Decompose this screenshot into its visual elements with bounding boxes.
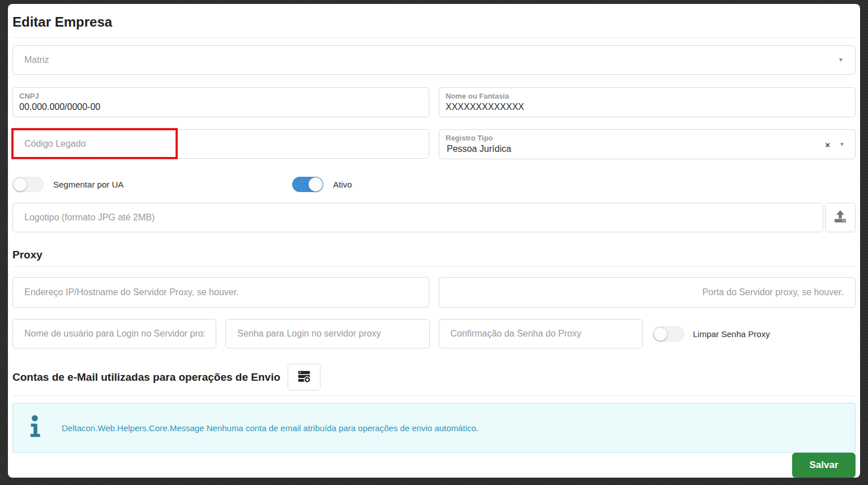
window-frame: Editar Empresa Matriz ▼ CNPJ Nome ou Fan… [0, 0, 868, 485]
clear-proxy-password-label: Limpar Senha Proxy [693, 329, 770, 339]
proxy-divider [12, 266, 856, 267]
email-divider [12, 395, 856, 396]
upload-icon [833, 210, 847, 225]
chevron-down-icon: ▼ [839, 142, 845, 147]
upload-button[interactable] [825, 203, 856, 232]
registro-tipo-label: Registro Tipo [446, 134, 821, 143]
proxy-password-input[interactable] [225, 319, 429, 348]
nome-fantasia-label: Nome ou Fantasia [446, 92, 848, 101]
toggles-row: Segmentar por UA Ativo [12, 176, 856, 192]
save-button[interactable]: Salvar [792, 453, 856, 478]
logotipo-upload-group [12, 203, 856, 232]
clear-selection-icon[interactable]: × [825, 139, 830, 149]
server-add-icon [297, 369, 311, 386]
matriz-select[interactable]: Matriz ▼ [12, 45, 856, 75]
title-divider [12, 37, 856, 38]
proxy-password-confirm-input[interactable] [439, 319, 643, 348]
email-accounts-heading: Contas de e-Mail utilizadas para operaçõ… [12, 371, 280, 384]
ativo-group: Ativo [292, 177, 352, 192]
matriz-select-placeholder: Matriz [24, 55, 838, 65]
registro-tipo-value: Pessoa Jurídica [446, 143, 821, 155]
codigo-legado-wrapper [12, 129, 429, 159]
page-title: Editar Empresa [12, 14, 856, 30]
cnpj-label: CNPJ [19, 92, 422, 101]
ativo-toggle[interactable] [292, 177, 323, 192]
segmentar-ua-group: Segmentar por UA [12, 177, 123, 192]
clear-proxy-password-group: Limpar Senha Proxy [652, 319, 856, 348]
segmentar-ua-label: Segmentar por UA [53, 180, 123, 189]
footer-actions: Salvar [12, 453, 856, 478]
add-email-account-button[interactable] [288, 364, 320, 390]
registro-tipo-select[interactable]: Registro Tipo Pessoa Jurídica × ▼ [439, 129, 856, 159]
toggle-knob [13, 177, 27, 192]
cnpj-input[interactable] [19, 101, 422, 113]
email-accounts-heading-row: Contas de e-Mail utilizadas para operaçõ… [12, 364, 856, 390]
info-alert: Deltacon.Web.Helpers.Core.Message Nenhum… [12, 403, 856, 453]
nome-fantasia-input[interactable] [446, 101, 848, 113]
clear-proxy-password-toggle[interactable] [653, 326, 684, 342]
proxy-port-input[interactable] [439, 277, 856, 308]
alert-message: Deltacon.Web.Helpers.Core.Message Nenhum… [62, 423, 478, 433]
proxy-section-heading: Proxy [12, 249, 856, 261]
toggle-knob [653, 327, 668, 341]
toggle-knob [309, 177, 323, 192]
segmentar-ua-toggle[interactable] [12, 177, 44, 192]
proxy-host-input[interactable] [12, 277, 429, 308]
codigo-legado-input[interactable] [12, 129, 429, 159]
info-icon [29, 414, 41, 441]
proxy-username-input[interactable] [12, 319, 216, 348]
logotipo-input[interactable] [12, 203, 823, 232]
ativo-label: Ativo [333, 180, 352, 189]
chevron-down-icon: ▼ [838, 57, 844, 63]
nome-fantasia-field[interactable]: Nome ou Fantasia [439, 87, 856, 117]
edit-company-panel: Editar Empresa Matriz ▼ CNPJ Nome ou Fan… [8, 4, 860, 478]
cnpj-field[interactable]: CNPJ [12, 87, 429, 117]
